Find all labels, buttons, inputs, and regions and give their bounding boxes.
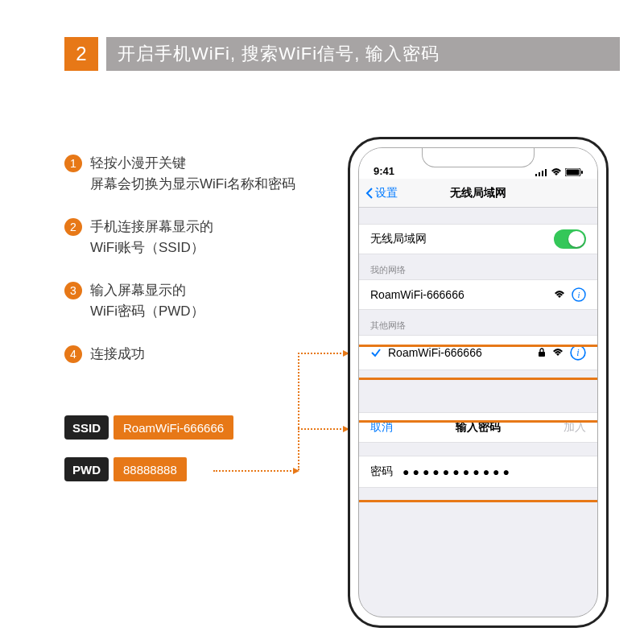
network-name: RoamWiFi-666666	[370, 288, 464, 301]
password-dots: ●●●●●●●●●●●	[402, 465, 513, 478]
other-network-cell[interactable]: RoamWiFi-666666 i	[359, 335, 597, 370]
svg-rect-5	[581, 171, 583, 174]
password-input-row[interactable]: 密码 ●●●●●●●●●●●	[359, 456, 597, 488]
credentials: SSID RoamWiFi-666666 PWD 88888888	[64, 415, 233, 499]
instruction-item: 3 输入屏幕显示的 WiFi密码（PWD）	[64, 280, 306, 321]
connector-line	[298, 353, 348, 354]
step-title: 开启手机WiFi, 搜索WiFi信号, 输入密码	[106, 37, 620, 71]
back-label: 设置	[375, 186, 398, 200]
ssid-row: SSID RoamWiFi-666666	[64, 415, 233, 440]
connector-line	[213, 470, 298, 472]
pwd-value: 88888888	[114, 457, 187, 481]
connector-line	[298, 428, 299, 470]
bullet-1: 1	[64, 155, 82, 172]
connector-line	[298, 428, 348, 430]
svg-rect-6	[567, 169, 580, 175]
password-dialog-header: 取消 输入密码 加入	[359, 412, 597, 443]
svg-rect-9	[539, 352, 545, 357]
back-button[interactable]: 设置	[359, 186, 398, 200]
instruction-line: 手机连接屏幕显示的	[90, 219, 213, 234]
join-button[interactable]: 加入	[564, 420, 586, 435]
instruction-item: 4 连接成功	[64, 344, 306, 365]
instruction-item: 2 手机连接屏幕显示的 WiFi账号（SSID）	[64, 217, 306, 258]
battery-icon	[565, 168, 583, 176]
status-time: 9:41	[374, 165, 394, 177]
svg-text:i: i	[577, 290, 580, 299]
svg-rect-2	[542, 171, 543, 176]
instruction-line: WiFi密码（PWD）	[90, 303, 204, 319]
instruction-text: 输入屏幕显示的 WiFi密码（PWD）	[90, 280, 204, 321]
info-icon[interactable]: i	[570, 345, 586, 361]
phone-mockup: 9:41 设置 无线局域网 无线局域网 我的网络 RoamWiFi-666666	[348, 137, 609, 628]
instruction-line: 屏幕会切换为显示WiFi名称和密码	[90, 176, 295, 192]
section-other-networks: 其他网络	[359, 310, 597, 335]
wifi-icon	[554, 291, 565, 299]
instruction-item: 1 轻按小漫开关键 屏幕会切换为显示WiFi名称和密码	[64, 153, 306, 194]
phone-notch	[422, 148, 535, 167]
info-icon[interactable]: i	[572, 287, 586, 302]
ssid-value: RoamWiFi-666666	[114, 415, 233, 440]
wifi-icon	[552, 349, 564, 357]
bullet-3: 3	[64, 282, 82, 299]
password-dialog: 取消 输入密码 加入 密码 ●●●●●●●●●●●	[359, 412, 597, 488]
signal-icon	[535, 168, 548, 176]
instruction-text: 连接成功	[90, 344, 145, 365]
svg-rect-3	[545, 169, 547, 176]
phone-screen: 9:41 设置 无线局域网 无线局域网 我的网络 RoamWiFi-666666	[358, 147, 598, 617]
my-network-cell[interactable]: RoamWiFi-666666 i	[359, 279, 597, 310]
checkmark-icon	[370, 347, 382, 358]
status-icons	[535, 165, 583, 177]
instruction-text: 手机连接屏幕显示的 WiFi账号（SSID）	[90, 217, 213, 258]
instruction-line: WiFi账号（SSID）	[90, 240, 204, 255]
instruction-line: 连接成功	[90, 346, 145, 361]
connector-line	[298, 353, 299, 428]
instruction-line: 输入屏幕显示的	[90, 283, 186, 298]
wifi-toggle-switch[interactable]	[554, 229, 586, 249]
pwd-row: PWD 88888888	[64, 457, 233, 481]
cancel-button[interactable]: 取消	[370, 420, 393, 435]
chevron-left-icon	[365, 187, 374, 200]
instruction-list: 1 轻按小漫开关键 屏幕会切换为显示WiFi名称和密码 2 手机连接屏幕显示的 …	[64, 153, 306, 387]
step-number-badge: 2	[64, 37, 98, 71]
wifi-toggle-label: 无线局域网	[370, 232, 427, 246]
lock-icon	[538, 348, 546, 357]
instruction-text: 轻按小漫开关键 屏幕会切换为显示WiFi名称和密码	[90, 153, 295, 194]
svg-rect-1	[539, 172, 540, 176]
svg-rect-0	[535, 174, 537, 176]
password-dialog-title: 输入密码	[456, 420, 501, 435]
bullet-2: 2	[64, 218, 82, 236]
nav-bar: 设置 无线局域网	[359, 179, 597, 208]
wifi-status-icon	[551, 168, 562, 176]
password-field-label: 密码	[370, 464, 393, 479]
network-name: RoamWiFi-666666	[388, 346, 482, 359]
pwd-label: PWD	[64, 457, 109, 481]
svg-text:i: i	[576, 347, 580, 358]
instruction-line: 轻按小漫开关键	[90, 155, 186, 171]
section-my-networks: 我的网络	[359, 254, 597, 279]
step-header: 2 开启手机WiFi, 搜索WiFi信号, 输入密码	[64, 37, 620, 71]
bullet-4: 4	[64, 345, 82, 363]
wifi-toggle-cell[interactable]: 无线局域网	[359, 224, 597, 254]
ssid-label: SSID	[64, 415, 109, 440]
